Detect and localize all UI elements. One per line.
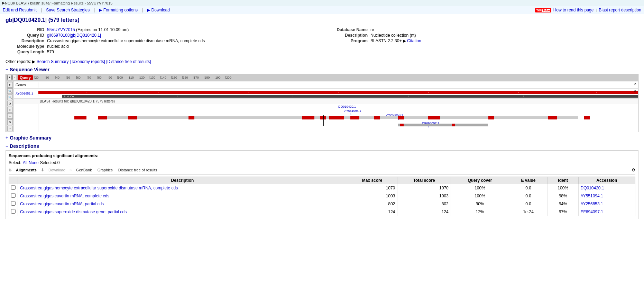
row-checkbox[interactable] [11,201,16,206]
red-tick-9[interactable] [350,116,359,119]
red-tick-15[interactable] [584,116,590,119]
description-link[interactable]: Crassostrea gigas cavortin mRNA, complet… [20,194,109,198]
row-checkbox[interactable] [11,193,16,198]
sequence-viewer-title[interactable]: Sequence Viewer [10,67,49,72]
sv-icon-1[interactable]: ⬆ [7,82,13,88]
max-score-text: Max score [362,178,383,183]
checkbox-header [9,177,18,184]
ident-cell: 94% [548,200,578,208]
accession-link[interactable]: EF694097.1 [581,209,603,214]
table-row: Crassostrea gigas cavortin mRNA, partial… [9,200,635,208]
accession1-close-btn[interactable]: ✕ [634,89,637,93]
sv-zoom-in-btn[interactable]: + [7,75,12,80]
distance-tree-reports-link[interactable]: [Distance tree of results] [106,59,151,64]
red-tick-12[interactable] [428,116,440,119]
genes-close-btn[interactable]: ✕ [634,82,637,86]
arrow-7: › [596,91,597,94]
graphic-summary-toggle[interactable]: + [6,135,8,141]
hit-tracks: DQ010420.1 AY551094.1 › AY256853.1 [14,104,638,132]
hit-track-area: DQ010420.1 AY551094.1 › AY256853.1 [38,104,638,132]
red-tick-14[interactable] [548,116,557,119]
rid-value: 55VUYVY7015 (Expires on 11-01 10:09 am) [47,27,129,32]
ef-gray-bar[interactable] [398,124,488,126]
sv-icon-7[interactable]: ⚙ [7,119,13,125]
red-tick-1[interactable] [74,116,86,119]
description-value: Crassostrea gigas hemocyte extracellular… [47,38,205,43]
edit-resubmit-link[interactable]: Edit and Resubmit [3,8,37,12]
distance-tree-btn[interactable]: Distance tree of results [117,167,159,173]
red-tick-3[interactable] [128,116,137,119]
sv-content: ⬆ 🔍 🔍 ⚙ ≡ ↔ ⚙ ? Genes [6,81,638,132]
download-tool-btn[interactable]: Download [47,167,67,173]
red-tick-11[interactable] [398,116,404,119]
citation-link[interactable]: Citation [407,38,421,43]
save-search-link[interactable]: Save Search Strategies [46,8,90,12]
sv-tracks: Genes ✕ AYG01651.1 [14,81,638,132]
genes-track [38,81,638,88]
title-bar-text: NCBI/ BLAST/ blastn suite/ Formatting Re… [5,1,112,5]
taxonomy-reports-link[interactable]: [Taxonomy reports] [70,59,105,64]
red-tick-5[interactable] [302,116,314,119]
sod-cu-bar[interactable]: Sod_Cu › › › › [62,95,638,98]
hit-label-1[interactable]: DQ010420.1 [338,105,356,108]
genbank-btn[interactable]: GenBank [75,167,93,173]
accession-link[interactable]: DQ010420.1 [581,186,604,190]
graphics-btn[interactable]: Graphics [96,167,114,173]
red-tick-7[interactable] [329,116,338,119]
select-none-link[interactable]: None [29,160,39,165]
search-summary-link[interactable]: Search Summary [37,59,69,64]
red-tick-8[interactable] [338,116,344,119]
description-cell: Crassostrea gigas hemocyte extracellular… [18,184,347,192]
descriptions-toggle[interactable]: − [6,143,8,149]
row-checkbox-cell[interactable] [9,192,18,200]
select-all-link[interactable]: All [23,160,27,165]
sv-icon-2[interactable]: 🔍 [7,88,13,94]
row-checkbox-cell[interactable] [9,200,18,208]
max-score-cell: 1070 [347,184,397,192]
row-checkbox[interactable] [11,185,16,190]
formatting-options-link[interactable]: ▶ Formatting options [99,8,138,12]
sequence-viewer-toggle[interactable]: − [6,67,8,72]
red-tick-4[interactable] [188,116,194,119]
how-to-read-link[interactable]: How to read this page [553,8,594,12]
red-tick-13[interactable] [488,116,494,119]
sv-icon-6[interactable]: ↔ [7,113,13,119]
sv-icon-8[interactable]: ? [7,126,13,131]
descriptions-title[interactable]: Descriptions [10,143,39,149]
sequence-viewer-section: − Sequence Viewer + - Query |20|30|4 [6,67,638,132]
description-link[interactable]: Crassostrea gigas cavortin mRNA, partial… [20,202,104,206]
sv-icon-3[interactable]: 🔍 [7,95,13,100]
description-link[interactable]: Crassostrea gigas hemocyte extracellular… [20,186,178,190]
query-id-link[interactable]: gil66970168|gb|DQ010420.1| [47,33,101,38]
ef-red-1 [400,124,404,126]
accession1-label[interactable]: AYG01651.1 [14,91,38,96]
alignments-btn[interactable]: Alignments [15,167,38,173]
alignments-toolbar: ⇅ Alignments ⬇ Download ~ GenBank Graphi… [9,167,635,175]
rid-label: RID [6,27,47,32]
settings-icon[interactable]: ⚙ [632,168,635,172]
cursor-indicator[interactable] [323,115,324,126]
hit-arrow-2[interactable]: › [350,113,351,116]
ident-cell: 100% [548,184,578,192]
table-row: Crassostrea gigas cavortin mRNA, complet… [9,192,635,200]
rid-link[interactable]: 55VUYVY7015 [47,27,75,32]
row-checkbox-cell[interactable] [9,208,18,216]
download-link[interactable]: ▶ Download [147,8,170,12]
hit-tracks-inner: DQ010420.1 AY551094.1 › AY256853.1 [14,104,638,132]
graphic-summary-title[interactable]: Graphic Summary [10,135,52,141]
accession-link[interactable]: AY256853.1 [581,202,603,206]
db-desc-value: Nucleotide collection (nt) [370,33,416,38]
blast-report-link[interactable]: Blast report description [599,8,641,12]
row-checkbox[interactable] [11,209,16,214]
sv-icon-5[interactable]: ≡ [7,107,13,113]
hit-label-2[interactable]: AY551094.1 [344,109,361,113]
red-tick-10[interactable] [374,116,380,119]
red-tick-2[interactable] [98,116,107,119]
sv-zoom-out-btn[interactable]: - [12,75,16,80]
accession-link[interactable]: AY551094.1 [581,194,603,198]
toolbar-divider-2: | [94,8,95,12]
red-sequence-bar[interactable]: › › › › › › › [38,91,638,94]
row-checkbox-cell[interactable] [9,184,18,192]
description-link[interactable]: Crassostrea gigas superoxide dismutase g… [20,209,127,214]
sv-icon-4[interactable]: ⚙ [7,101,13,106]
